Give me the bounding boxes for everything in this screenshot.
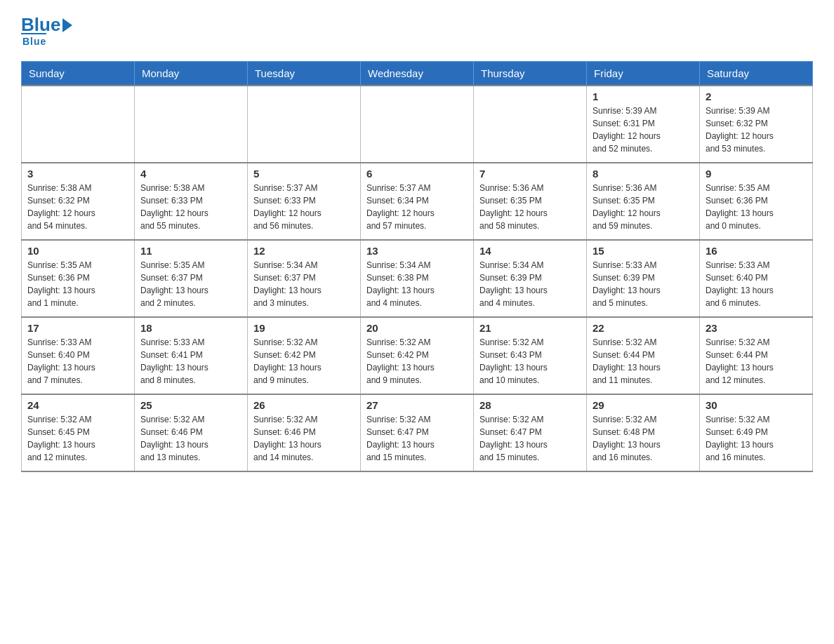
calendar-week-5: 24Sunrise: 5:32 AM Sunset: 6:45 PM Dayli… xyxy=(22,394,813,471)
calendar-week-4: 17Sunrise: 5:33 AM Sunset: 6:40 PM Dayli… xyxy=(22,317,813,394)
calendar-cell: 1Sunrise: 5:39 AM Sunset: 6:31 PM Daylig… xyxy=(587,86,700,163)
day-number: 29 xyxy=(593,399,694,411)
calendar-cell: 24Sunrise: 5:32 AM Sunset: 6:45 PM Dayli… xyxy=(22,394,135,471)
day-number: 10 xyxy=(27,245,128,257)
calendar-cell xyxy=(248,86,361,163)
calendar-week-1: 1Sunrise: 5:39 AM Sunset: 6:31 PM Daylig… xyxy=(22,86,813,163)
day-info: Sunrise: 5:32 AM Sunset: 6:46 PM Dayligh… xyxy=(253,413,355,464)
day-number: 30 xyxy=(706,399,807,411)
day-info: Sunrise: 5:36 AM Sunset: 6:35 PM Dayligh… xyxy=(593,182,694,232)
calendar-weekday-wednesday: Wednesday xyxy=(361,62,474,86)
day-info: Sunrise: 5:32 AM Sunset: 6:43 PM Dayligh… xyxy=(479,336,581,387)
calendar-cell: 12Sunrise: 5:34 AM Sunset: 6:37 PM Dayli… xyxy=(248,240,361,317)
calendar-cell: 11Sunrise: 5:35 AM Sunset: 6:37 PM Dayli… xyxy=(135,240,248,317)
day-info: Sunrise: 5:38 AM Sunset: 6:32 PM Dayligh… xyxy=(27,182,128,232)
calendar-weekday-friday: Friday xyxy=(587,62,700,86)
calendar-weekday-thursday: Thursday xyxy=(474,62,587,86)
day-info: Sunrise: 5:33 AM Sunset: 6:40 PM Dayligh… xyxy=(706,259,807,309)
calendar-week-3: 10Sunrise: 5:35 AM Sunset: 6:36 PM Dayli… xyxy=(22,240,813,317)
day-info: Sunrise: 5:35 AM Sunset: 6:37 PM Dayligh… xyxy=(140,259,241,309)
calendar-cell: 22Sunrise: 5:32 AM Sunset: 6:44 PM Dayli… xyxy=(587,317,700,394)
calendar-cell: 21Sunrise: 5:32 AM Sunset: 6:43 PM Dayli… xyxy=(474,317,587,394)
calendar-cell: 3Sunrise: 5:38 AM Sunset: 6:32 PM Daylig… xyxy=(22,163,135,240)
day-number: 23 xyxy=(706,322,807,334)
calendar-cell xyxy=(135,86,248,163)
page-header: Blue Blue xyxy=(21,14,813,47)
calendar-cell xyxy=(22,86,135,163)
day-info: Sunrise: 5:33 AM Sunset: 6:40 PM Dayligh… xyxy=(27,336,128,387)
calendar-cell: 18Sunrise: 5:33 AM Sunset: 6:41 PM Dayli… xyxy=(135,317,248,394)
calendar-cell xyxy=(361,86,474,163)
day-info: Sunrise: 5:32 AM Sunset: 6:45 PM Dayligh… xyxy=(27,413,128,464)
calendar-cell: 20Sunrise: 5:32 AM Sunset: 6:42 PM Dayli… xyxy=(361,317,474,394)
day-number: 4 xyxy=(140,168,241,180)
day-info: Sunrise: 5:32 AM Sunset: 6:47 PM Dayligh… xyxy=(479,413,581,464)
calendar-cell: 9Sunrise: 5:35 AM Sunset: 6:36 PM Daylig… xyxy=(700,163,813,240)
day-number: 27 xyxy=(366,399,468,411)
calendar-cell: 30Sunrise: 5:32 AM Sunset: 6:49 PM Dayli… xyxy=(700,394,813,471)
day-number: 21 xyxy=(479,322,581,334)
calendar-cell: 13Sunrise: 5:34 AM Sunset: 6:38 PM Dayli… xyxy=(361,240,474,317)
calendar-cell: 4Sunrise: 5:38 AM Sunset: 6:33 PM Daylig… xyxy=(135,163,248,240)
calendar-cell: 2Sunrise: 5:39 AM Sunset: 6:32 PM Daylig… xyxy=(700,86,813,163)
calendar-cell: 26Sunrise: 5:32 AM Sunset: 6:46 PM Dayli… xyxy=(248,394,361,471)
day-info: Sunrise: 5:32 AM Sunset: 6:42 PM Dayligh… xyxy=(366,336,468,387)
day-info: Sunrise: 5:32 AM Sunset: 6:48 PM Dayligh… xyxy=(593,413,694,464)
day-number: 19 xyxy=(253,322,355,334)
day-number: 28 xyxy=(479,399,581,411)
calendar-weekday-monday: Monday xyxy=(135,62,248,86)
day-number: 26 xyxy=(253,399,355,411)
day-number: 25 xyxy=(140,399,241,411)
logo: Blue Blue xyxy=(21,14,72,47)
day-number: 6 xyxy=(366,168,468,180)
calendar-cell: 5Sunrise: 5:37 AM Sunset: 6:33 PM Daylig… xyxy=(248,163,361,240)
calendar-cell xyxy=(474,86,587,163)
day-number: 17 xyxy=(27,322,128,334)
calendar-weekday-sunday: Sunday xyxy=(22,62,135,86)
day-number: 2 xyxy=(706,90,807,102)
calendar-cell: 23Sunrise: 5:32 AM Sunset: 6:44 PM Dayli… xyxy=(700,317,813,394)
logo-underline: Blue xyxy=(21,33,46,47)
day-number: 16 xyxy=(706,245,807,257)
day-info: Sunrise: 5:36 AM Sunset: 6:35 PM Dayligh… xyxy=(479,182,581,232)
calendar-cell: 25Sunrise: 5:32 AM Sunset: 6:46 PM Dayli… xyxy=(135,394,248,471)
day-number: 15 xyxy=(593,245,694,257)
calendar-cell: 17Sunrise: 5:33 AM Sunset: 6:40 PM Dayli… xyxy=(22,317,135,394)
calendar-table: SundayMondayTuesdayWednesdayThursdayFrid… xyxy=(21,61,813,472)
day-info: Sunrise: 5:35 AM Sunset: 6:36 PM Dayligh… xyxy=(706,182,807,232)
calendar-cell: 19Sunrise: 5:32 AM Sunset: 6:42 PM Dayli… xyxy=(248,317,361,394)
day-info: Sunrise: 5:34 AM Sunset: 6:38 PM Dayligh… xyxy=(366,259,468,309)
calendar-header-row: SundayMondayTuesdayWednesdayThursdayFrid… xyxy=(22,62,813,86)
day-number: 8 xyxy=(593,168,694,180)
day-number: 3 xyxy=(27,168,128,180)
day-number: 1 xyxy=(593,90,694,102)
day-info: Sunrise: 5:32 AM Sunset: 6:47 PM Dayligh… xyxy=(366,413,468,464)
calendar-cell: 7Sunrise: 5:36 AM Sunset: 6:35 PM Daylig… xyxy=(474,163,587,240)
day-info: Sunrise: 5:35 AM Sunset: 6:36 PM Dayligh… xyxy=(27,259,128,309)
calendar-cell: 10Sunrise: 5:35 AM Sunset: 6:36 PM Dayli… xyxy=(22,240,135,317)
calendar-weekday-tuesday: Tuesday xyxy=(248,62,361,86)
day-number: 7 xyxy=(479,168,581,180)
day-info: Sunrise: 5:38 AM Sunset: 6:33 PM Dayligh… xyxy=(140,182,241,232)
day-number: 12 xyxy=(253,245,355,257)
day-info: Sunrise: 5:34 AM Sunset: 6:39 PM Dayligh… xyxy=(479,259,581,309)
calendar-cell: 27Sunrise: 5:32 AM Sunset: 6:47 PM Dayli… xyxy=(361,394,474,471)
day-number: 24 xyxy=(27,399,128,411)
day-info: Sunrise: 5:32 AM Sunset: 6:44 PM Dayligh… xyxy=(593,336,694,387)
calendar-cell: 8Sunrise: 5:36 AM Sunset: 6:35 PM Daylig… xyxy=(587,163,700,240)
day-info: Sunrise: 5:37 AM Sunset: 6:34 PM Dayligh… xyxy=(366,182,468,232)
day-info: Sunrise: 5:33 AM Sunset: 6:39 PM Dayligh… xyxy=(593,259,694,309)
day-info: Sunrise: 5:32 AM Sunset: 6:46 PM Dayligh… xyxy=(140,413,241,464)
day-info: Sunrise: 5:39 AM Sunset: 6:31 PM Dayligh… xyxy=(593,105,694,155)
calendar-cell: 15Sunrise: 5:33 AM Sunset: 6:39 PM Dayli… xyxy=(587,240,700,317)
day-info: Sunrise: 5:32 AM Sunset: 6:42 PM Dayligh… xyxy=(253,336,355,387)
day-number: 20 xyxy=(366,322,468,334)
calendar-cell: 16Sunrise: 5:33 AM Sunset: 6:40 PM Dayli… xyxy=(700,240,813,317)
day-info: Sunrise: 5:33 AM Sunset: 6:41 PM Dayligh… xyxy=(140,336,241,387)
day-number: 14 xyxy=(479,245,581,257)
calendar-week-2: 3Sunrise: 5:38 AM Sunset: 6:32 PM Daylig… xyxy=(22,163,813,240)
day-info: Sunrise: 5:39 AM Sunset: 6:32 PM Dayligh… xyxy=(706,105,807,155)
calendar-cell: 6Sunrise: 5:37 AM Sunset: 6:34 PM Daylig… xyxy=(361,163,474,240)
day-info: Sunrise: 5:34 AM Sunset: 6:37 PM Dayligh… xyxy=(253,259,355,309)
day-info: Sunrise: 5:32 AM Sunset: 6:49 PM Dayligh… xyxy=(706,413,807,464)
